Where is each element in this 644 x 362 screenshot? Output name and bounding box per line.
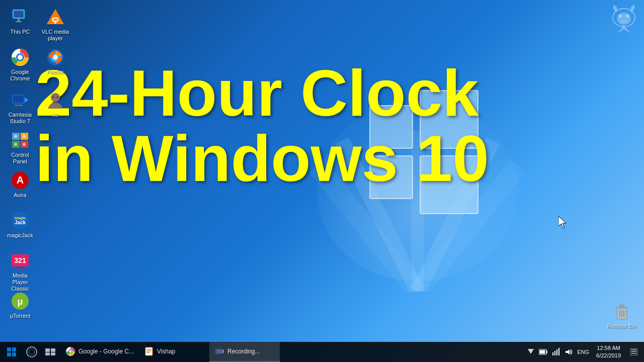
taskbar-item-vishap[interactable]: Vishap	[139, 342, 209, 362]
svg-rect-92	[631, 353, 636, 354]
svg-point-41	[23, 135, 26, 138]
camtasia-label: Camtasia Studio 7	[5, 112, 36, 125]
svg-rect-51	[17, 267, 24, 268]
svg-point-28	[53, 55, 58, 60]
svg-marker-82	[528, 349, 534, 354]
svg-rect-63	[7, 352, 11, 356]
media-player-icon: 321	[10, 251, 30, 271]
taskbar: Google - Google C... Vishap	[0, 342, 644, 362]
firefox-icon	[45, 47, 65, 67]
svg-point-34	[53, 97, 54, 98]
svg-rect-61	[7, 347, 11, 351]
taskbar-chrome-label: Google - Google C...	[78, 348, 134, 355]
desktop-icon-chrome[interactable]: Google Chrome	[3, 45, 38, 84]
vlc-label: VLC media player	[40, 29, 71, 42]
tray-network-icon[interactable]	[550, 346, 561, 357]
ko-label: ko	[52, 112, 58, 118]
svg-rect-86	[552, 352, 553, 355]
taskbar-item-recording[interactable]: Recording...	[209, 342, 280, 362]
svg-rect-85	[540, 350, 545, 354]
svg-rect-81	[222, 350, 224, 353]
tray-expand-button[interactable]	[525, 346, 536, 357]
svg-text:A: A	[17, 174, 24, 186]
svg-rect-62	[12, 347, 16, 351]
desktop-icon-recycle-bin[interactable]: Recycle Bin	[607, 301, 636, 329]
taskbar-chrome-icon	[65, 346, 75, 356]
this-pc-label: This PC	[10, 29, 30, 35]
control-panel-icon	[10, 130, 30, 150]
svg-text:μ: μ	[17, 297, 23, 307]
svg-rect-16	[18, 19, 20, 21]
svg-rect-32	[15, 105, 23, 106]
firefox-label: Firefox	[47, 69, 64, 75]
avira-icon: A	[10, 170, 30, 191]
desktop-icon-media-player[interactable]: 321 Media Player Classic	[3, 249, 38, 295]
svg-rect-94	[631, 349, 636, 350]
tray-volume-icon[interactable]	[563, 346, 574, 357]
utorrent-icon: μ	[10, 291, 30, 311]
magicjack-label: magicJack	[7, 232, 33, 239]
svg-point-43	[23, 143, 26, 146]
desktop-icon-magicjack[interactable]: magic Jack magicJack	[3, 209, 38, 241]
svg-rect-70	[51, 352, 55, 355]
camtasia-icon	[10, 90, 30, 110]
avira-label: Avira	[14, 192, 27, 199]
svg-rect-64	[12, 352, 16, 356]
svg-point-11	[617, 13, 631, 25]
desktop-icon-this-pc[interactable]: This PC	[3, 5, 38, 37]
magicjack-icon: magic Jack	[10, 211, 30, 231]
svg-point-73	[69, 350, 72, 353]
this-pc-icon	[10, 7, 30, 27]
taskbar-recording-icon	[214, 346, 224, 356]
notification-center-button[interactable]	[626, 342, 641, 362]
recycle-bin-icon	[612, 301, 632, 321]
svg-point-80	[219, 351, 220, 352]
desktop-icon-utorrent[interactable]: μ μTorrent	[3, 289, 38, 321]
desktop: 24-Hour Clock in Windows 10 This PC	[0, 0, 644, 362]
svg-rect-1	[370, 106, 413, 148]
svg-rect-87	[554, 351, 555, 355]
svg-rect-30	[13, 96, 24, 103]
taskbar-vishap-icon	[144, 346, 154, 356]
system-clock[interactable]: 12:58 AM 6/22/2019	[592, 342, 625, 362]
svg-point-40	[14, 135, 17, 138]
svg-rect-69	[45, 352, 50, 355]
system-tray: ENG 12:58 AM 6/22/2019	[523, 342, 644, 362]
svg-rect-15	[14, 11, 24, 18]
svg-rect-2	[420, 90, 478, 148]
svg-rect-74	[145, 347, 152, 355]
tray-language-label[interactable]: ENG	[576, 346, 591, 357]
ko-icon	[45, 90, 65, 110]
desktop-icon-control-panel[interactable]: Control Panel	[3, 128, 38, 167]
chrome-icon	[10, 47, 30, 67]
svg-point-12	[619, 15, 622, 18]
svg-point-25	[18, 55, 23, 60]
desktop-icon-camtasia[interactable]: Camtasia Studio 7	[3, 88, 38, 127]
chrome-label: Google Chrome	[5, 69, 36, 82]
svg-rect-17	[16, 21, 22, 22]
taskbar-item-chrome[interactable]: Google - Google C...	[60, 342, 139, 362]
desktop-icon-ko[interactable]: ko	[38, 88, 73, 120]
taskbar-vishap-label: Vishap	[157, 348, 175, 355]
svg-point-13	[626, 15, 629, 18]
cortana-button[interactable]	[23, 342, 40, 362]
svg-marker-90	[566, 349, 570, 354]
taskbar-recording-label: Recording...	[227, 348, 260, 355]
clock-date: 6/22/2019	[596, 352, 621, 359]
desktop-icon-vlc[interactable]: VLC media player	[38, 5, 73, 44]
svg-point-65	[27, 347, 37, 357]
svg-text:321: 321	[14, 256, 26, 264]
mouse-cursor	[558, 216, 569, 230]
task-view-button[interactable]	[40, 342, 60, 362]
svg-point-66	[29, 349, 35, 355]
svg-rect-93	[631, 351, 636, 352]
svg-point-35	[57, 97, 58, 98]
desktop-icon-firefox[interactable]: Firefox	[38, 45, 73, 77]
start-button[interactable]	[0, 342, 23, 362]
svg-marker-60	[558, 216, 566, 228]
tray-battery-icon[interactable]	[538, 346, 549, 357]
svg-text:Jack: Jack	[15, 220, 26, 225]
control-panel-label: Control Panel	[5, 152, 36, 165]
svg-rect-56	[619, 304, 624, 307]
desktop-icon-avira[interactable]: A Avira	[3, 168, 38, 201]
